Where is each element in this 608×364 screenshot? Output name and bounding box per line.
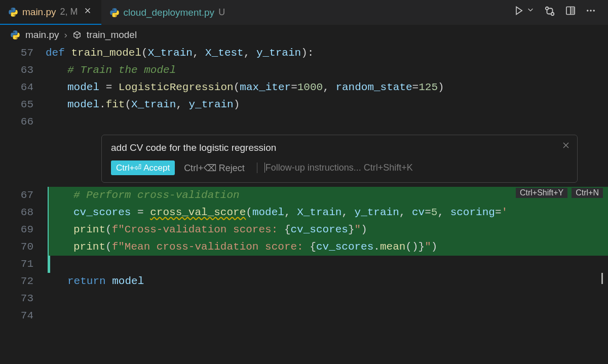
code-editor[interactable]: 57def train_model(X_train, X_test, y_tra… [0, 45, 608, 325]
code-line[interactable]: 64model = LogisticRegression(max_iter=10… [0, 79, 608, 96]
line-number: 67 [0, 187, 46, 204]
tab-filename: cloud_deployment.py [124, 7, 215, 18]
code-line[interactable]: 68cv_scores = cross_val_score(model, X_t… [0, 204, 608, 221]
line-number: 74 [0, 307, 46, 325]
code-line[interactable]: 73 [0, 290, 608, 307]
line-number: 72 [0, 273, 46, 290]
line-number: 70 [0, 238, 46, 256]
close-icon[interactable] [82, 5, 93, 19]
tab-status: 2, M [60, 7, 78, 17]
code-line[interactable]: 69print(f"Cross-validation scores: {cv_s… [0, 221, 608, 238]
tab-actions [514, 6, 608, 19]
breadcrumb-symbol[interactable]: train_model [87, 29, 137, 41]
line-number: 65 [0, 96, 46, 113]
accept-button[interactable]: Ctrl+⏎ Accept [111, 160, 175, 175]
line-number: 68 [0, 204, 46, 221]
tab-cloud-deployment-py[interactable]: cloud_deployment.py U [101, 0, 234, 25]
reject-button[interactable]: Ctrl+⌫ Reject [184, 163, 245, 174]
svg-point-4 [587, 10, 589, 12]
python-icon [109, 8, 120, 18]
line-number: 66 [0, 113, 46, 131]
inserted-code-block: Ctrl+Shift+Y Ctrl+N 67# Perform cross-va… [0, 187, 608, 273]
tab-bar: main.py 2, M cloud_deployment.py U [0, 0, 608, 25]
close-icon[interactable] [562, 140, 570, 152]
followup-input[interactable]: Follow-up instructions... Ctrl+Shift+K [257, 163, 413, 173]
code-line[interactable]: 74 [0, 307, 608, 325]
run-icon[interactable] [514, 6, 524, 19]
code-line[interactable]: 70print(f"Mean cross-validation score: {… [0, 238, 608, 256]
chevron-down-icon[interactable] [527, 6, 534, 19]
code-line[interactable]: 71 [0, 256, 608, 273]
python-icon [10, 30, 20, 40]
code-line[interactable]: 57def train_model(X_train, X_test, y_tra… [0, 45, 608, 62]
more-icon[interactable] [586, 6, 596, 19]
python-icon [8, 7, 18, 17]
tab-filename: main.py [22, 7, 56, 18]
code-action-1[interactable]: Ctrl+Shift+Y [516, 188, 567, 198]
code-line[interactable]: 66 [0, 113, 608, 131]
line-number: 69 [0, 221, 46, 238]
line-number: 71 [0, 256, 46, 273]
split-editor-icon[interactable] [565, 6, 576, 19]
svg-point-0 [546, 7, 549, 10]
inline-chat: add CV code for the logistic regression … [101, 135, 578, 183]
git-compare-icon[interactable] [544, 6, 555, 19]
svg-point-5 [590, 10, 592, 12]
breadcrumb[interactable]: main.py › train_model [0, 25, 608, 45]
svg-rect-3 [571, 8, 574, 14]
code-actions: Ctrl+Shift+Y Ctrl+N [516, 188, 603, 198]
symbol-method-icon [72, 30, 82, 39]
line-number: 63 [0, 62, 46, 79]
code-action-2[interactable]: Ctrl+N [572, 188, 603, 198]
line-number: 73 [0, 290, 46, 307]
code-line[interactable]: 65model.fit(X_train, y_train) [0, 96, 608, 113]
breadcrumb-file[interactable]: main.py [25, 29, 59, 41]
tab-main-py[interactable]: main.py 2, M [0, 0, 101, 25]
code-line[interactable]: 63# Train the model [0, 62, 608, 79]
code-line[interactable]: 72return model [0, 273, 608, 290]
line-number: 64 [0, 79, 46, 96]
inline-chat-prompt: add CV code for the logistic regression [111, 142, 568, 153]
svg-point-1 [551, 13, 554, 16]
tab-status: U [218, 7, 225, 18]
svg-point-6 [593, 10, 595, 12]
chevron-right-icon: › [64, 29, 67, 41]
line-number: 57 [0, 45, 46, 62]
